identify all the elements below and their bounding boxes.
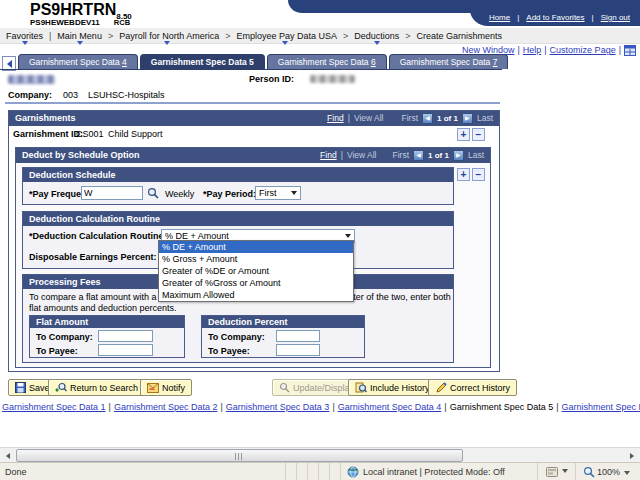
- return-to-search-icon: [55, 382, 67, 393]
- dropdown-option[interactable]: % DE + Amount: [159, 241, 353, 253]
- deduction-schedule-box: Deduction Schedule *Pay Frequency: Weekl…: [22, 167, 454, 205]
- return-to-search-button[interactable]: Return to Search: [48, 379, 145, 396]
- breadcrumb-separator: >: [343, 31, 348, 41]
- view-all-link[interactable]: View All: [354, 111, 384, 126]
- dropdown-option[interactable]: Greater of %Gross or Amount: [159, 277, 353, 289]
- breadcrumb-separator: >: [108, 31, 113, 41]
- breadcrumb-separator: |: [49, 31, 51, 41]
- compatibility-dropdown-icon[interactable]: [562, 469, 568, 473]
- lookup-icon[interactable]: [147, 187, 159, 199]
- zoom-dropdown-icon[interactable]: [624, 471, 630, 475]
- scrollbar-right-button[interactable]: [624, 448, 640, 463]
- add-to-favorites-link[interactable]: Add to Favorites: [526, 13, 584, 22]
- breadcrumb-separator: >: [225, 31, 230, 41]
- footer-link-spec-data-1[interactable]: Garnishment Spec Data 1: [2, 402, 106, 412]
- dropdown-option[interactable]: % Gross + Amount: [159, 253, 353, 265]
- employee-name-redacted[interactable]: [8, 75, 55, 84]
- include-history-icon: [355, 382, 367, 393]
- deduction-percent-title: Deduction Percent: [202, 316, 364, 328]
- footer-link-spec-data-6[interactable]: Garnishment Spec Data 6: [562, 402, 640, 412]
- delete-row-button[interactable]: −: [472, 128, 485, 141]
- scrollbar-thumb[interactable]: [16, 449, 463, 462]
- flat-to-payee-input[interactable]: [98, 344, 153, 356]
- customize-page-link[interactable]: Customize Page: [550, 45, 616, 55]
- last-label: Last: [468, 148, 484, 163]
- breadcrumb-separator: >: [405, 31, 410, 41]
- find-link[interactable]: Find: [320, 148, 337, 163]
- person-id-value-redacted: [310, 75, 355, 83]
- header-links: Home|Add to Favorites|Sign out: [489, 13, 630, 22]
- view-all-link[interactable]: View All: [347, 148, 377, 163]
- tab-garnishment-spec-data-5[interactable]: Garnishment Spec Data 5: [140, 54, 265, 69]
- horizontal-scrollbar[interactable]: [0, 447, 640, 463]
- correct-history-button[interactable]: Correct History: [428, 379, 517, 396]
- pay-frequency-input[interactable]: [81, 186, 143, 200]
- company-name: LSUHSC-Hospitals: [88, 90, 165, 100]
- add-row-button[interactable]: +: [457, 128, 470, 141]
- delete-row-button[interactable]: −: [472, 168, 485, 181]
- add-row-button[interactable]: +: [457, 168, 470, 181]
- dropdown-indicator-icon: [374, 41, 380, 45]
- status-bar: Done Local intranet | Protected Mode: Of…: [0, 462, 640, 480]
- footer-link-spec-data-4[interactable]: Garnishment Spec Data 4: [338, 402, 442, 412]
- copy-url-icon[interactable]: [624, 45, 636, 56]
- pagebar-sep: |: [544, 45, 546, 55]
- company-code: 003: [63, 90, 78, 100]
- pay-period-select[interactable]: First: [255, 186, 301, 200]
- footer-sep: |: [444, 402, 446, 412]
- last-label: Last: [477, 111, 493, 126]
- flat-to-company-input[interactable]: [98, 330, 153, 342]
- page-tabs: Garnishment Spec Data 4 Garnishment Spec…: [18, 54, 508, 69]
- tab-garnishment-spec-data-4[interactable]: Garnishment Spec Data 4: [18, 54, 138, 69]
- percent-to-company-input[interactable]: [276, 330, 320, 342]
- garnishment-id-desc: Child Support: [108, 129, 163, 139]
- include-history-button[interactable]: Include History: [348, 379, 437, 396]
- garnishment-id-label: Garnishment ID:: [13, 129, 83, 139]
- row-count: 1 of 1: [428, 148, 449, 163]
- deduct-by-schedule-nav: Find | View All First ◀ 1 of 1 ▶ Last: [320, 148, 484, 163]
- footer-sep: |: [220, 402, 222, 412]
- dropdown-option[interactable]: Greater of %DE or Amount: [159, 265, 353, 277]
- next-row-button[interactable]: ▶: [462, 113, 473, 124]
- nav-pipe: |: [348, 111, 350, 126]
- garnishments-header: Garnishments Find | View All First ◀ 1 o…: [9, 111, 499, 126]
- dropdown-indicator-icon: [164, 41, 170, 45]
- pay-frequency-desc: Weekly: [165, 189, 194, 199]
- first-label: First: [401, 111, 418, 126]
- previous-row-button[interactable]: ◀: [422, 113, 433, 124]
- notify-icon: [147, 383, 159, 393]
- breadcrumb-main-menu[interactable]: Main Menu: [55, 31, 104, 41]
- dropdown-indicator-icon: [22, 41, 28, 45]
- next-row-button[interactable]: ▶: [453, 150, 464, 161]
- user-id: RCB: [114, 18, 130, 27]
- footer-link-spec-data-2[interactable]: Garnishment Spec Data 2: [114, 402, 218, 412]
- home-link[interactable]: Home: [489, 13, 510, 22]
- footer-sep: |: [556, 402, 558, 412]
- nav-pipe: |: [341, 148, 343, 163]
- breadcrumb-employee-pay-data[interactable]: Employee Pay Data USA: [234, 31, 339, 41]
- footer-sep: |: [109, 402, 111, 412]
- garnishment-id-value: CS001: [76, 129, 104, 139]
- previous-row-button[interactable]: ◀: [413, 150, 424, 161]
- breadcrumb-deductions[interactable]: Deductions: [352, 31, 401, 41]
- person-id-label: Person ID:: [249, 74, 294, 84]
- scrollbar-left-button[interactable]: [0, 448, 16, 463]
- footer-link-spec-data-3[interactable]: Garnishment Spec Data 3: [226, 402, 330, 412]
- status-zone: Local intranet | Protected Mode: Off: [363, 467, 505, 477]
- tab-garnishment-spec-data-7[interactable]: Garnishment Spec Data 7: [389, 54, 509, 69]
- dropdown-arrow-icon: [345, 234, 351, 238]
- status-zoom-level[interactable]: 100%: [597, 467, 620, 477]
- compatibility-view-icon[interactable]: [546, 467, 558, 477]
- update-display-icon: [279, 382, 290, 393]
- sign-out-link[interactable]: Sign out: [601, 13, 630, 22]
- help-link[interactable]: Help: [523, 45, 542, 55]
- notify-button[interactable]: Notify: [140, 379, 192, 396]
- find-link[interactable]: Find: [327, 111, 344, 126]
- breadcrumb-payroll[interactable]: Payroll for North America: [117, 31, 221, 41]
- dropdown-option[interactable]: Maximum Allowed: [159, 289, 353, 301]
- percent-to-payee-input[interactable]: [276, 344, 320, 356]
- breadcrumb-favorites[interactable]: Favorites: [4, 31, 45, 41]
- tab-garnishment-spec-data-6[interactable]: Garnishment Spec Data 6: [267, 54, 387, 69]
- correct-history-icon: [435, 382, 447, 393]
- flat-amount-title: Flat Amount: [30, 316, 184, 328]
